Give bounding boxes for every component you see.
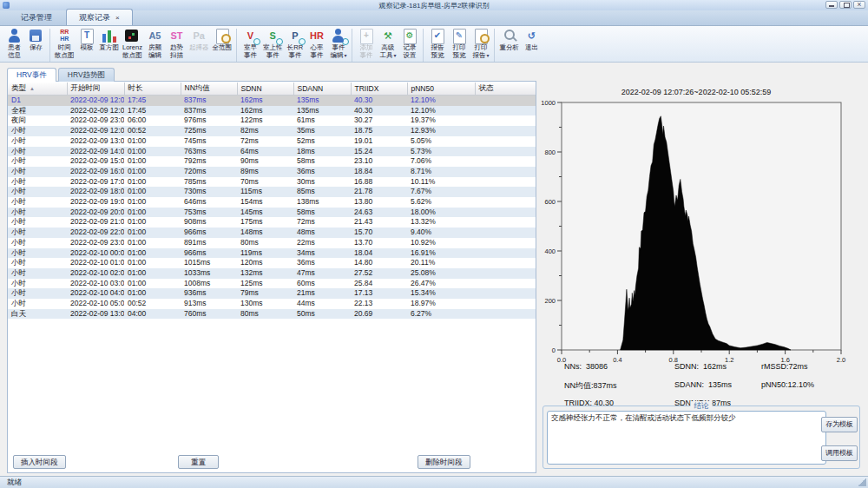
s-event-button[interactable]: S室上性事件 bbox=[261, 28, 285, 60]
save-as-template-button[interactable]: 存为模板 bbox=[821, 417, 858, 432]
table-cell: 2022-02-09 22:00 bbox=[67, 228, 124, 238]
lorenz-scatter-button[interactable]: Lorenz散点图 bbox=[121, 28, 144, 60]
reanalyze-button[interactable]: 重分析 bbox=[497, 28, 521, 53]
clock-icon bbox=[299, 38, 306, 45]
toolbar-button-label: 时间散点图 bbox=[55, 44, 75, 59]
save-button[interactable]: 保存 bbox=[25, 28, 47, 53]
tab-observation-record[interactable]: 观察记录 × bbox=[66, 9, 133, 25]
histogram-button[interactable]: 直方图 bbox=[98, 28, 122, 53]
table-cell bbox=[475, 136, 536, 147]
table-row[interactable]: 小时2022-02-10 05:0000:52913ms130ms44ms22.… bbox=[8, 299, 536, 309]
table-row[interactable]: 小时2022-02-09 21:0001:00908ms175ms72ms21.… bbox=[8, 217, 536, 228]
table-cell bbox=[475, 309, 536, 320]
table-row[interactable]: D12022-02-09 12:0717:45837ms162ms135ms40… bbox=[8, 96, 536, 106]
event-edit-icon bbox=[330, 29, 347, 43]
insert-period-button[interactable]: 插入时间段 bbox=[13, 455, 66, 469]
column-header-8[interactable]: pNN50 bbox=[407, 82, 475, 96]
full-range-button[interactable]: 全范围 bbox=[210, 28, 233, 53]
tab-record-management[interactable]: 记录管理 bbox=[9, 10, 64, 25]
table-row[interactable]: 小时2022-02-10 03:0001:001008ms125ms60ms25… bbox=[8, 279, 536, 289]
exit-button[interactable]: ↺退出 bbox=[521, 28, 542, 53]
table-cell: 01:00 bbox=[124, 228, 181, 238]
hr-event-button[interactable]: HR心率事件 bbox=[306, 28, 327, 60]
table-cell: 15.24 bbox=[351, 147, 407, 157]
table-row[interactable]: 小时2022-02-09 15:0001:00792ms90ms58ms23.1… bbox=[8, 156, 536, 167]
tab-hrv-trend[interactable]: HRV趋势图 bbox=[58, 68, 115, 82]
report-preview-button[interactable]: ✔报告预览 bbox=[426, 28, 448, 60]
table-cell: 913ms bbox=[181, 299, 237, 309]
column-header-2[interactable]: 开始时间 bbox=[67, 82, 124, 96]
advanced-tools-button[interactable]: ⚒高级工具▾ bbox=[377, 28, 398, 60]
svg-text:600: 600 bbox=[544, 198, 556, 206]
event-edit-button[interactable]: 事件编辑▾ bbox=[327, 28, 349, 60]
table-row[interactable]: 小时2022-02-10 01:0001:001015ms120ms36ms14… bbox=[8, 258, 536, 268]
table-cell: 20.69 bbox=[351, 309, 407, 320]
table-cell: 18.00% bbox=[407, 208, 475, 218]
print-preview-button[interactable]: ✎打印预览 bbox=[448, 28, 470, 60]
table-cell: 小时 bbox=[8, 238, 67, 248]
table-row[interactable]: 小时2022-02-10 00:0001:00966ms119ms34ms18.… bbox=[8, 248, 536, 259]
table-row[interactable]: 小时2022-02-09 12:0700:52725ms82ms35ms18.7… bbox=[8, 126, 536, 136]
stat-value: SDNN: 162ms bbox=[674, 362, 761, 371]
table-row[interactable]: 小时2022-02-09 14:0001:00763ms64ms18ms15.2… bbox=[8, 147, 536, 157]
v-event-button[interactable]: V室早事件 bbox=[240, 28, 261, 60]
table-row[interactable]: 白天2022-02-09 13:0004:00760ms80ms50ms20.6… bbox=[8, 309, 536, 320]
table-cell: 125ms bbox=[237, 279, 293, 289]
close-button[interactable] bbox=[853, 1, 865, 9]
patient-info-button[interactable]: 患者信息 bbox=[3, 28, 25, 60]
longrr-event-icon: P bbox=[286, 29, 304, 43]
column-header-3[interactable]: 时长 bbox=[124, 82, 181, 96]
table-row[interactable]: 小时2022-02-09 18:0001:00730ms115ms85ms21.… bbox=[8, 187, 536, 197]
load-template-button[interactable]: 调用模板 bbox=[821, 445, 858, 461]
clock-icon bbox=[253, 38, 260, 45]
table-cell: 35ms bbox=[293, 126, 351, 136]
table-cell: 89ms bbox=[237, 167, 293, 177]
table-row[interactable]: 小时2022-02-09 13:0001:00745ms72ms52ms19.0… bbox=[8, 136, 536, 147]
reset-button[interactable]: 重置 bbox=[178, 455, 219, 469]
conclusion-textarea[interactable]: 交感神经张力不正常，在清醒或活动状态下低频部分较少 bbox=[547, 411, 826, 465]
table-cell bbox=[475, 299, 536, 309]
print-report-button[interactable]: 打印报告▾ bbox=[470, 28, 491, 60]
delete-period-button[interactable]: 删除时间段 bbox=[418, 455, 470, 469]
longrr-event-button[interactable]: P长RR事件 bbox=[284, 28, 306, 60]
table-row[interactable]: 夜间2022-02-09 23:0006:00976ms122ms61ms30.… bbox=[8, 115, 536, 126]
tab-hrv-events[interactable]: HRV事件 bbox=[7, 68, 56, 82]
table-row[interactable]: 小时2022-02-09 23:0001:00891ms80ms22ms13.7… bbox=[8, 238, 536, 248]
table-cell: 10.92% bbox=[407, 238, 475, 248]
add-event-button: +添加事件 bbox=[355, 28, 377, 60]
column-header-9[interactable]: 状态 bbox=[475, 82, 536, 96]
table-row[interactable]: 小时2022-02-09 19:0001:00646ms154ms138ms13… bbox=[8, 197, 536, 208]
table-row[interactable]: 小时2022-02-10 02:0001:001033ms132ms47ms27… bbox=[8, 268, 536, 279]
column-header-5[interactable]: SDNN bbox=[237, 82, 293, 96]
time-scatter-button[interactable]: RRHR时间散点图 bbox=[53, 28, 76, 60]
table-cell: 小时 bbox=[8, 147, 67, 157]
af-edit-button[interactable]: A5房颤编辑 bbox=[144, 28, 166, 60]
table-cell: 837ms bbox=[181, 96, 237, 106]
table-row[interactable]: 全程2022-02-09 12:0717:45837ms162ms135ms40… bbox=[8, 106, 536, 116]
column-header-4[interactable]: NN均值 bbox=[181, 82, 237, 96]
close-tab-icon[interactable]: × bbox=[115, 15, 120, 22]
table-row[interactable]: 小时2022-02-09 20:0001:00753ms145ms58ms24.… bbox=[8, 208, 536, 218]
column-header-7[interactable]: TRIIDX bbox=[351, 82, 407, 96]
column-header-6[interactable]: SDANN bbox=[293, 82, 351, 96]
conclusion-groupbox: 结论 交感神经张力不正常，在清醒或活动状态下低频部分较少 存为模板 调用模板 bbox=[542, 406, 860, 469]
table-cell: 2022-02-10 00:00 bbox=[67, 248, 124, 259]
template-button[interactable]: T模板 bbox=[76, 28, 98, 53]
trend-scan-button[interactable]: ST趋势扫描 bbox=[166, 28, 187, 60]
table-row[interactable]: 小时2022-02-09 22:0001:00966ms148ms48ms15.… bbox=[8, 228, 536, 238]
column-header-1[interactable]: 类型▲ bbox=[8, 82, 67, 96]
toolbar-button-label: 患者信息 bbox=[5, 44, 23, 59]
restore-button[interactable] bbox=[839, 1, 852, 9]
record-settings-button[interactable]: ⚙记录设置 bbox=[398, 28, 420, 60]
minimize-button[interactable] bbox=[825, 1, 838, 9]
dropdown-arrow-icon: ▾ bbox=[344, 53, 346, 58]
table-cell: 01:00 bbox=[124, 279, 181, 289]
table-cell: 13.32% bbox=[407, 217, 475, 228]
table-row[interactable]: 小时2022-02-10 04:0001:00936ms79ms21ms17.1… bbox=[8, 288, 536, 299]
table-cell bbox=[475, 96, 536, 106]
table-cell: 753ms bbox=[181, 208, 237, 218]
resize-grip[interactable] bbox=[858, 478, 866, 486]
toolbar-button-label: 打印预览 bbox=[450, 44, 468, 59]
table-row[interactable]: 小时2022-02-09 16:0001:00720ms89ms36ms18.8… bbox=[8, 167, 536, 177]
table-row[interactable]: 小时2022-02-09 17:0001:00785ms70ms30ms16.8… bbox=[8, 177, 536, 188]
